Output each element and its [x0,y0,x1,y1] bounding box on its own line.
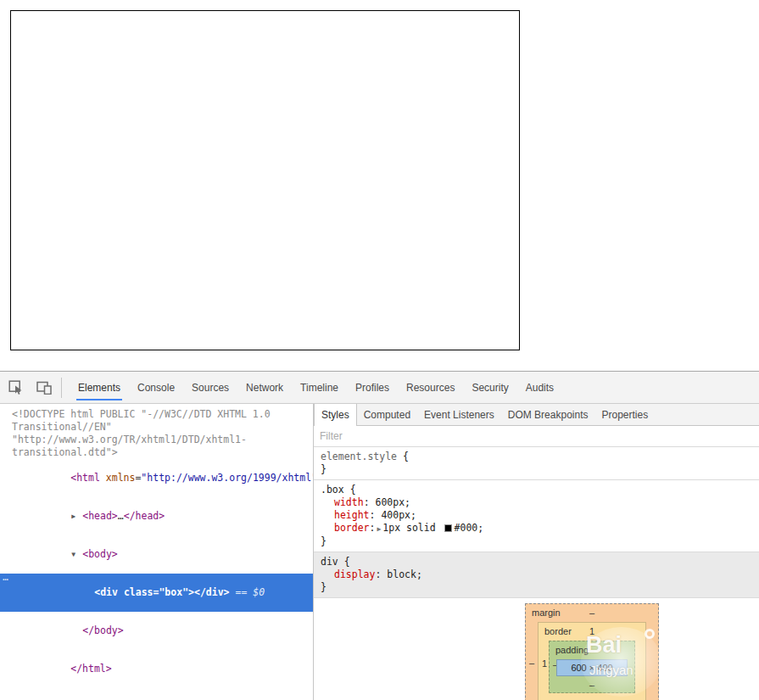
color-swatch-icon[interactable] [444,524,452,532]
class-attr-name: class [124,586,153,598]
color-hex-value: #000; [455,522,484,534]
xmlns-attr-value: "http://www.w3.org/1999/xhtml" [141,472,314,484]
devtools-main-tabs: Elements Console Sources Network Timelin… [70,372,562,403]
div-close-tag: </div> [194,586,230,598]
console-reference-annotation: == $0 [230,586,265,598]
rule-selector-line[interactable]: element.style { [321,451,752,463]
doctype-line[interactable]: Transitional//EN" [0,421,313,434]
property-name: width [334,496,364,508]
css-rules-list: element.style { } .box { width: 600px; h… [314,447,759,598]
page-viewport [0,0,759,371]
expand-shorthand-icon[interactable]: ▶ [377,525,381,533]
rule-selector-line[interactable]: div { [321,556,752,568]
devtools-panel: Elements Console Sources Network Timelin… [0,371,759,700]
content-dimensions: 600 × 400 [571,663,612,673]
tab-security[interactable]: Security [463,372,516,403]
div-open-tag: <div [94,586,124,598]
margin-top-row: margin – [526,604,658,622]
body-close-tag: </body> [82,624,123,636]
head-open-tag: <head> [82,510,118,522]
toggle-device-toolbar-icon[interactable] [32,377,56,399]
rendered-div-box [10,10,520,350]
body-close-node[interactable]: </body> [0,612,313,650]
doctype-line[interactable]: <!DOCTYPE html PUBLIC "-//W3C//DTD XHTML… [0,408,313,421]
rule-close-line: } [321,463,752,476]
devtools-body: <!DOCTYPE html PUBLIC "-//W3C//DTD XHTML… [0,404,759,700]
rule-element-style: element.style { } [314,447,759,480]
tab-console[interactable]: Console [129,372,183,403]
doctype-line[interactable]: "http://www.w3.org/TR/xhtml1/DTD/xhtml1- [0,434,313,446]
html-close-node[interactable]: </html> [0,650,313,688]
html-open-node[interactable]: <html xmlns="http://www.w3.org/1999/xhtm… [0,459,313,497]
tab-sources[interactable]: Sources [183,372,237,403]
collapsed-content-dots: … [118,510,124,522]
box-model-diagram: margin – – border 1 1 padding [525,603,659,700]
styles-filter-row [314,426,759,447]
margin-left-value[interactable]: – [529,658,534,668]
rule-selector-line[interactable]: .box { [321,484,752,496]
rule-div-user-agent: div { display: block; } [314,552,759,598]
padding-label: padding [555,641,589,659]
padding-top-value[interactable]: – [589,645,594,655]
inspect-element-icon[interactable] [4,377,28,399]
head-node[interactable]: ▶<head>…</head> [0,497,313,535]
border-top-value[interactable]: 1 [589,626,594,636]
padding-bottom-value[interactable]: – [589,680,594,690]
devtools-toolbar: Elements Console Sources Network Timelin… [0,372,759,404]
separator-token: : [370,509,382,521]
padding-top-row: padding – [550,641,634,659]
property-name: display [334,568,375,580]
screenshot-root: Elements Console Sources Network Timelin… [0,0,759,700]
head-close-tag: </head> [124,510,165,522]
tab-profiles[interactable]: Profiles [347,372,398,403]
border-box: border 1 1 padding – – 600 × 400 [538,622,646,700]
xmlns-attr-name: xmlns [106,472,136,484]
tab-network[interactable]: Network [237,372,292,403]
body-open-node[interactable]: ▼<body> [0,535,313,574]
expand-arrow-icon[interactable]: ▶ [71,510,82,523]
body-open-tag: <body> [82,548,118,560]
tab-computed[interactable]: Computed [357,404,417,425]
tab-audits[interactable]: Audits [517,372,562,403]
tab-properties[interactable]: Properties [594,404,655,425]
elements-tree-pane: <!DOCTYPE html PUBLIC "-//W3C//DTD XHTML… [0,404,314,700]
tab-styles[interactable]: Styles [314,404,357,426]
property-value: block; [387,568,422,580]
content-box: 600 × 400 [556,659,628,676]
tab-event-listeners[interactable]: Event Listeners [417,404,501,425]
border-left-value[interactable]: 1 [542,658,547,669]
separator-token: : [375,568,387,580]
brace-token: { [397,451,409,462]
brace-token: { [344,484,356,496]
tab-timeline[interactable]: Timeline [292,372,347,403]
margin-label: margin [532,604,561,622]
padding-box: padding – – 600 × 400 – [549,641,635,693]
selector-text: div [321,556,338,568]
collapse-arrow-icon[interactable]: ▼ [71,548,82,561]
styles-filter-input[interactable] [320,430,753,442]
tab-resources[interactable]: Resources [398,372,463,403]
property-value: 600px; [375,496,410,508]
sidebar-tabs: Styles Computed Event Listeners DOM Brea… [314,404,759,426]
border-label: border [544,623,572,641]
bracket-token: > [188,586,194,598]
margin-top-value[interactable]: – [589,608,594,618]
css-property-width[interactable]: width: 600px; [321,496,752,509]
selector-text: element.style [321,451,397,462]
css-property-display[interactable]: display: block; [321,568,752,581]
padding-bottom-row: – [550,676,634,694]
css-property-border[interactable]: border:▶1px solid #000; [321,522,752,535]
tab-dom-breakpoints[interactable]: DOM Breakpoints [501,404,595,425]
property-value: 1px solid [382,522,441,534]
rule-close-line: } [321,535,752,548]
separator-token: : [364,496,376,508]
tab-elements[interactable]: Elements [70,372,129,403]
doctype-line[interactable]: transitional.dtd"> [0,446,313,459]
more-actions-icon[interactable]: ⋯ [3,574,9,586]
css-property-height[interactable]: height: 400px; [321,509,752,522]
property-name: border [334,522,370,534]
colon-token: : [370,522,376,534]
html-close-tag: </html> [70,663,111,675]
border-top-row: border 1 [539,623,645,641]
selected-div-node[interactable]: ⋯<div class="box"></div> == $0 [0,574,313,612]
